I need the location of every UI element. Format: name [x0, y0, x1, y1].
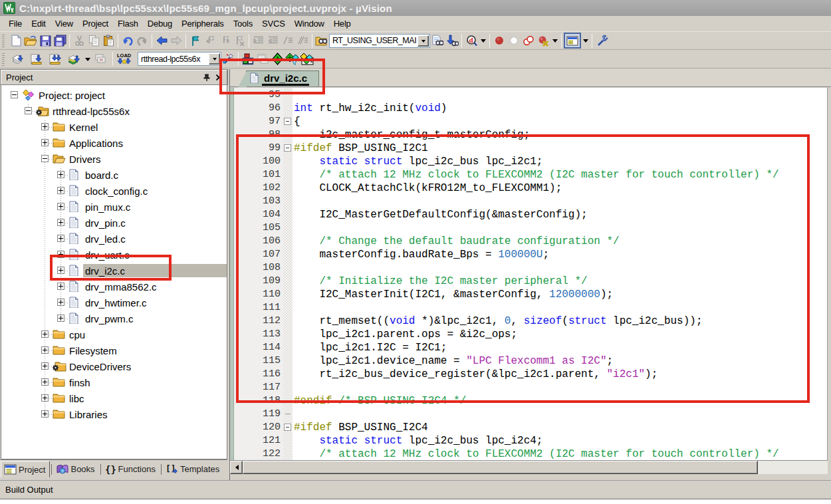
tree-item-libraries[interactable]: Libraries [1, 406, 227, 422]
tree-item-label[interactable]: DeviceDrivers [67, 360, 133, 373]
rebuild-button[interactable] [46, 51, 64, 66]
collapse-icon[interactable] [25, 107, 32, 114]
combo-dropdown-icon[interactable] [417, 35, 429, 47]
dropdown-arrow-icon[interactable] [479, 33, 487, 49]
tree-item-drv-pwm-c[interactable]: drv_pwm.c [1, 311, 227, 326]
define-combo[interactable]: RT_USING_USER_MAI [329, 34, 430, 48]
open-folder-button[interactable] [23, 33, 38, 49]
tree-item-finsh[interactable]: finsh [1, 374, 227, 390]
dropdown-arrow-icon[interactable] [550, 33, 559, 49]
tree-item-drv-mma8562-c[interactable]: drv_mma8562.c [1, 279, 227, 295]
breakpoint-disabled-button[interactable] [507, 33, 521, 49]
build-button[interactable] [27, 51, 46, 66]
file-extensions-button[interactable] [255, 51, 270, 66]
find-dialog-button[interactable]: d [464, 33, 479, 49]
tree-item-drivers[interactable]: Drivers [1, 151, 227, 167]
tree-item-label[interactable]: drv_led.c [83, 232, 128, 245]
load-button[interactable]: LOAD [115, 51, 134, 66]
undo-button[interactable] [120, 33, 135, 49]
panel-tab-functions[interactable]: {}Functions [102, 461, 160, 477]
tree-item-label[interactable]: board.c [83, 168, 120, 182]
indent-button[interactable] [251, 33, 266, 49]
tree-item-drv-pin-c[interactable]: drv_pin.c [1, 215, 227, 231]
combo-dropdown-icon[interactable] [209, 53, 220, 64]
bookmark-prev-button[interactable] [203, 33, 217, 49]
windows-panel-button[interactable] [564, 33, 581, 49]
expand-icon[interactable] [57, 171, 64, 178]
dropdown-arrow-icon[interactable] [581, 33, 590, 49]
bookmark-toggle-button[interactable] [188, 33, 203, 49]
translate-button[interactable] [9, 51, 27, 66]
expand-icon[interactable] [41, 346, 49, 354]
tree-item-devicedrivers[interactable]: DeviceDrivers [1, 358, 227, 374]
uncomment-button[interactable] [295, 33, 310, 49]
dropdown-arrow-icon[interactable] [83, 51, 92, 66]
tree-item-project-project[interactable]: Project: project [1, 87, 227, 103]
tree-item-label[interactable]: drv_pwm.c [83, 312, 136, 325]
expand-icon[interactable] [41, 394, 49, 402]
tree-item-label[interactable]: drv_hwtimer.c [83, 296, 149, 309]
expand-icon[interactable] [41, 362, 49, 370]
bookmark-clear-button[interactable] [232, 33, 247, 49]
tree-item-label[interactable]: drv_pin.c [83, 216, 128, 229]
tree-item-drv-i2c-c[interactable]: drv_i2c.c [1, 263, 227, 279]
target-options-button[interactable] [221, 51, 236, 66]
tree-item-label[interactable]: drv_mma8562.c [83, 280, 159, 293]
code-text[interactable]: int rt_hw_i2c_init(void){ i2c_master_con… [293, 88, 828, 460]
wrench-button[interactable] [594, 33, 609, 49]
expand-icon[interactable] [57, 235, 64, 242]
disable-breakpoints-button[interactable] [536, 33, 550, 49]
menu-project[interactable]: Project [78, 17, 113, 31]
fold-marker[interactable] [283, 142, 293, 155]
pin-icon[interactable] [201, 72, 212, 82]
bookmark-next-button[interactable] [217, 33, 232, 49]
software-components-button[interactable] [270, 51, 285, 66]
tree-item-label[interactable]: rtthread-lpc55s6x [51, 104, 132, 118]
collapse-icon[interactable] [41, 155, 49, 162]
panel-tab-templates[interactable]: []Templates [163, 461, 223, 477]
fold-collapse-icon[interactable] [284, 144, 291, 152]
scroll-left-arrow-icon[interactable] [230, 461, 243, 474]
tree-item-cpu[interactable]: cpu [1, 326, 227, 342]
tree-item-label[interactable]: Project: project [37, 88, 107, 102]
outdent-button[interactable] [266, 33, 281, 49]
tree-item-drv-hwtimer-c[interactable]: drv_hwtimer.c [1, 295, 227, 311]
tree-item-label[interactable]: Applications [67, 136, 125, 150]
expand-icon[interactable] [41, 123, 49, 130]
paste-button[interactable] [101, 33, 116, 49]
expand-icon[interactable] [57, 267, 64, 274]
expand-icon[interactable] [41, 378, 49, 386]
tree-item-label[interactable]: drv_i2c.c [83, 264, 227, 277]
tree-item-board-c[interactable]: board.c [1, 167, 227, 183]
expand-icon[interactable] [57, 187, 64, 194]
menu-debug[interactable]: Debug [143, 17, 177, 31]
menu-help[interactable]: Help [329, 17, 356, 31]
tree-item-label[interactable]: cpu [67, 328, 87, 341]
collapse-icon[interactable] [11, 91, 18, 98]
expand-icon[interactable] [57, 283, 64, 290]
comment-button[interactable] [281, 33, 295, 49]
fold-marker[interactable] [283, 115, 293, 128]
menu-window[interactable]: Window [290, 17, 329, 31]
tree-item-label[interactable]: finsh [67, 376, 92, 389]
tree-item-label[interactable]: drv_uart.c [83, 248, 132, 261]
stop-build-button[interactable] [92, 51, 110, 66]
copy-button[interactable] [86, 33, 101, 49]
menu-peripherals[interactable]: Peripherals [177, 17, 229, 31]
expand-icon[interactable] [57, 299, 64, 306]
redo-button[interactable] [135, 33, 150, 49]
tree-item-drv-uart-c[interactable]: drv_uart.c [1, 247, 227, 263]
tree-item-label[interactable]: Kernel [67, 120, 100, 134]
tree-item-kernel[interactable]: Kernel [1, 119, 227, 135]
fold-marker[interactable] [283, 421, 293, 434]
tree-item-filesystem[interactable]: Filesystem [1, 342, 227, 358]
kill-breakpoints-button[interactable] [521, 33, 536, 49]
fold-collapse-icon[interactable] [284, 424, 291, 431]
new-file-button[interactable] [9, 33, 23, 49]
save-button[interactable] [38, 33, 53, 49]
expand-icon[interactable] [57, 203, 64, 210]
breakpoint-button[interactable] [492, 33, 507, 49]
nav-forward-button[interactable] [169, 33, 183, 49]
tree-item-rtthread-lpc55s6x[interactable]: rtthread-lpc55s6x [1, 103, 227, 119]
tree-item-pin-mux-c[interactable]: pin_mux.c [1, 199, 227, 215]
